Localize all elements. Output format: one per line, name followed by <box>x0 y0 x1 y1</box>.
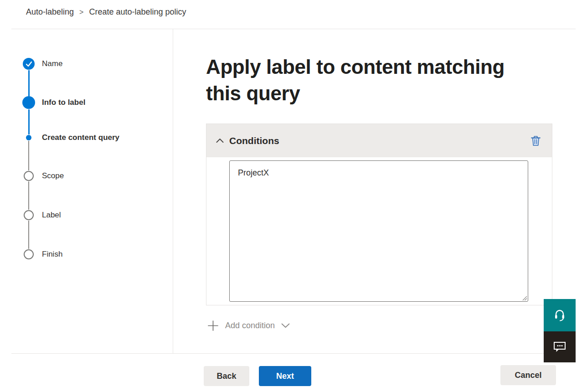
step-label-circle <box>24 210 34 220</box>
connector-line <box>28 181 29 210</box>
wizard-stepper: Name Info to label Create content query … <box>23 52 169 267</box>
breadcrumb-separator-icon: > <box>79 8 83 16</box>
add-condition-button[interactable]: Add condition <box>207 320 290 331</box>
conditions-panel-title: Conditions <box>229 135 279 146</box>
step-label-create-content-query[interactable]: Create content query <box>42 133 119 143</box>
step-label-name[interactable]: Name <box>42 59 62 69</box>
page-title: Apply label to content matching this que… <box>206 54 525 107</box>
chevron-down-icon <box>281 323 290 328</box>
step-name-completed-circle[interactable] <box>23 58 35 70</box>
connector-line <box>28 221 29 249</box>
conditions-panel: Conditions ProjectX <box>206 124 552 305</box>
comment-icon <box>553 340 566 353</box>
step-label-finish: Finish <box>42 249 62 259</box>
breadcrumb-current-page: Create auto-labeling policy <box>89 7 186 17</box>
help-support-button[interactable] <box>544 299 576 331</box>
content-query-input[interactable]: ProjectX <box>229 160 528 302</box>
collapse-conditions-button[interactable] <box>213 134 227 148</box>
step-info-to-label-circle[interactable] <box>22 96 35 109</box>
back-button[interactable]: Back <box>204 366 249 386</box>
chevron-up-icon <box>216 138 224 143</box>
cancel-button[interactable]: Cancel <box>500 365 556 385</box>
step-label-info-to-label[interactable]: Info to label <box>42 98 85 108</box>
plus-icon <box>207 320 219 331</box>
feedback-button[interactable] <box>544 331 576 362</box>
conditions-panel-body: ProjectX <box>206 157 552 305</box>
headset-icon <box>553 309 566 322</box>
content-query-field-wrap: ProjectX <box>229 160 528 302</box>
step-finish-circle <box>24 249 34 259</box>
footer-divider <box>11 353 576 354</box>
connector-line <box>28 141 29 170</box>
checkmark-icon <box>26 61 32 67</box>
trash-icon <box>530 135 541 147</box>
next-button[interactable]: Next <box>259 366 311 386</box>
connector-line <box>28 109 30 134</box>
top-divider <box>11 29 576 29</box>
conditions-panel-header: Conditions <box>206 124 552 157</box>
step-label-label: Label <box>42 210 61 220</box>
connector-line <box>28 70 30 96</box>
add-condition-label: Add condition <box>225 321 275 330</box>
delete-condition-button[interactable] <box>527 133 544 149</box>
step-create-content-query-dot[interactable] <box>26 135 31 140</box>
content-divider <box>173 29 173 353</box>
breadcrumb-auto-labeling[interactable]: Auto-labeling <box>26 7 74 17</box>
step-label-scope: Scope <box>42 171 64 181</box>
step-scope-circle <box>24 171 34 181</box>
wizard-page: Auto-labeling > Create auto-labeling pol… <box>0 0 587 392</box>
breadcrumb: Auto-labeling > Create auto-labeling pol… <box>26 7 186 17</box>
